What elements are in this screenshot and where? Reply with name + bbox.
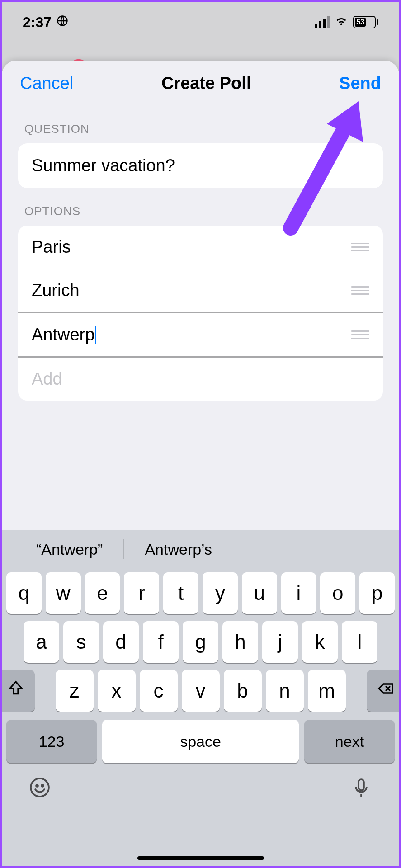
suggestion[interactable]: “Antwerp” bbox=[15, 541, 123, 558]
keyboard-row: 123 space next bbox=[2, 715, 399, 768]
globe-icon bbox=[56, 14, 69, 31]
send-button[interactable]: Send bbox=[339, 74, 381, 93]
key-m[interactable]: m bbox=[308, 670, 346, 712]
text-cursor bbox=[95, 326, 96, 344]
key-v[interactable]: v bbox=[182, 670, 220, 712]
drag-handle-icon[interactable] bbox=[351, 243, 369, 251]
options-section-label: OPTIONS bbox=[2, 188, 399, 226]
key-t[interactable]: t bbox=[163, 572, 198, 614]
add-option-row[interactable]: Add bbox=[18, 358, 383, 401]
status-time: 2:37 bbox=[23, 14, 52, 31]
question-section-label: QUESTION bbox=[2, 106, 399, 143]
keyboard-row: asdfghjkl bbox=[2, 618, 399, 666]
keyboard-bottom bbox=[2, 768, 399, 804]
option-input[interactable]: Antwerp bbox=[32, 325, 94, 344]
key-o[interactable]: o bbox=[320, 572, 355, 614]
next-key[interactable]: next bbox=[304, 720, 395, 763]
space-key[interactable]: space bbox=[102, 720, 299, 763]
backspace-icon bbox=[377, 679, 395, 702]
key-s[interactable]: s bbox=[63, 621, 99, 663]
key-l[interactable]: l bbox=[342, 621, 377, 663]
key-w[interactable]: w bbox=[46, 572, 81, 614]
keyboard-row: zxcvbnm bbox=[2, 666, 399, 715]
keyboard: “Antwerp” Antwerp’s qwertyuiop asdfghjkl… bbox=[2, 530, 399, 866]
option-row[interactable] bbox=[18, 226, 383, 269]
cancel-button[interactable]: Cancel bbox=[20, 74, 73, 93]
drag-handle-icon[interactable] bbox=[351, 286, 369, 295]
svg-rect-5 bbox=[359, 779, 364, 790]
keyboard-row: qwertyuiop bbox=[2, 569, 399, 618]
status-left: 2:37 bbox=[23, 14, 69, 31]
option-row[interactable] bbox=[18, 269, 383, 312]
key-e[interactable]: e bbox=[85, 572, 120, 614]
key-y[interactable]: y bbox=[203, 572, 238, 614]
numbers-key[interactable]: 123 bbox=[6, 720, 97, 763]
key-k[interactable]: k bbox=[302, 621, 338, 663]
status-right: 53 bbox=[315, 13, 378, 31]
key-g[interactable]: g bbox=[183, 621, 218, 663]
option-row[interactable]: Antwerp bbox=[18, 312, 383, 358]
key-x[interactable]: x bbox=[98, 670, 136, 712]
status-bar: 2:37 53 bbox=[2, 2, 399, 42]
key-z[interactable]: z bbox=[56, 670, 94, 712]
option-input[interactable] bbox=[32, 281, 351, 300]
sheet-header: Cancel Create Poll Send bbox=[2, 61, 399, 106]
options-card: Antwerp Add bbox=[18, 226, 383, 401]
key-p[interactable]: p bbox=[359, 572, 395, 614]
backspace-key[interactable] bbox=[367, 670, 401, 712]
key-f[interactable]: f bbox=[143, 621, 179, 663]
key-u[interactable]: u bbox=[242, 572, 277, 614]
key-c[interactable]: c bbox=[140, 670, 178, 712]
key-d[interactable]: d bbox=[103, 621, 139, 663]
suggestion[interactable]: Antwerp’s bbox=[124, 541, 233, 558]
key-q[interactable]: q bbox=[6, 572, 42, 614]
question-card bbox=[18, 143, 383, 188]
battery-icon: 53 bbox=[353, 16, 378, 28]
cellular-icon bbox=[315, 16, 330, 28]
key-b[interactable]: b bbox=[224, 670, 262, 712]
key-j[interactable]: j bbox=[262, 621, 298, 663]
question-input[interactable] bbox=[18, 143, 383, 188]
sheet-title: Create Poll bbox=[161, 74, 251, 93]
key-i[interactable]: i bbox=[281, 572, 316, 614]
key-h[interactable]: h bbox=[222, 621, 258, 663]
shift-icon bbox=[7, 679, 25, 702]
microphone-icon[interactable] bbox=[350, 777, 372, 800]
emoji-icon[interactable] bbox=[29, 777, 51, 800]
suggestion-bar: “Antwerp” Antwerp’s bbox=[2, 530, 399, 569]
home-indicator[interactable] bbox=[137, 856, 264, 860]
drag-handle-icon[interactable] bbox=[351, 330, 369, 339]
shift-key[interactable] bbox=[0, 670, 35, 712]
suggestion-separator bbox=[233, 539, 233, 559]
svg-point-4 bbox=[42, 785, 43, 787]
svg-point-3 bbox=[36, 785, 38, 787]
svg-point-2 bbox=[31, 778, 49, 797]
key-a[interactable]: a bbox=[24, 621, 59, 663]
key-n[interactable]: n bbox=[266, 670, 304, 712]
option-input[interactable] bbox=[32, 237, 351, 257]
key-r[interactable]: r bbox=[124, 572, 159, 614]
wifi-icon bbox=[334, 13, 349, 31]
